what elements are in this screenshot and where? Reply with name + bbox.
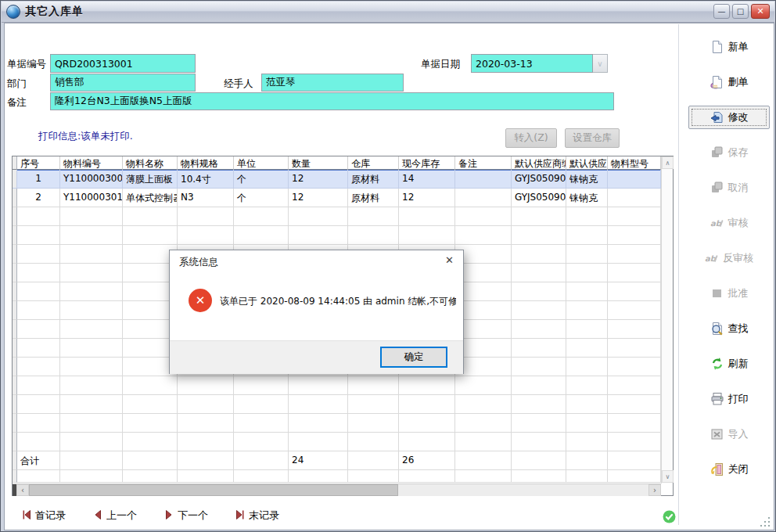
table-cell [17,320,60,339]
toolbar-label: 批准 [728,286,749,300]
table-cell [512,320,566,339]
toolbar-button-cancel: 取消 [710,176,749,200]
table-cell [348,470,399,483]
nav-label: 上一个 [106,509,137,523]
maximize-icon[interactable]: □ [732,4,749,19]
table-row[interactable]: 2Y110000301单体式控制器N3个12原材料12GYJS05090铼钠克 [13,189,661,207]
handler-input[interactable] [261,74,404,92]
toolbar-button-modify[interactable]: 修改 [688,106,770,129]
table-cell [234,226,289,245]
table-cell [178,433,234,451]
toolbar-label: 打印 [728,392,749,406]
table-cell [608,301,661,320]
table-cell [123,395,178,414]
scroll-left-icon[interactable]: ‹ [16,484,29,496]
table-cell [608,320,661,339]
table-cell [178,414,234,433]
table-cell [512,433,566,451]
window-title: 其它入库单 [25,5,84,19]
toolbar-button-new-doc[interactable]: 新单 [710,35,749,59]
empty-row[interactable] [13,226,661,245]
scroll-down-icon[interactable]: ∨ [662,470,674,483]
toolbar-button-delete-doc[interactable]: 删单 [710,70,749,94]
column-header[interactable]: 物料规格 [178,156,234,170]
column-header[interactable]: 现今库存 [399,156,455,170]
toolbar-button-print[interactable]: 打印 [710,387,749,411]
vertical-scrollbar[interactable]: ∧ ∨ [661,156,673,483]
column-header[interactable]: 物料编号 [60,156,123,170]
panel-divider [678,24,679,525]
new-doc-icon [710,40,724,54]
table-cell [60,339,123,358]
table-cell [608,226,661,245]
column-header[interactable]: 物料名称 [123,156,178,170]
resize-grip[interactable] [760,516,771,527]
table-cell [566,207,608,226]
toolbar-label: 取消 [728,181,749,195]
table-cell [60,226,123,245]
table-cell [512,245,566,264]
titlebar[interactable]: 其它入库单 — □ ✕ [2,2,774,23]
table-cell [512,451,566,470]
table-cell [17,282,60,301]
nav-prev-record[interactable]: 上一个 [92,509,137,523]
column-header[interactable]: 单位 [234,156,289,170]
table-cell [608,245,661,264]
window-controls: — □ ✕ [713,4,770,19]
empty-row[interactable] [13,433,661,451]
table-cell [123,207,178,226]
prev-record-icon [92,509,103,523]
column-header[interactable]: 数量 [289,156,348,170]
table-cell [60,433,123,451]
column-header[interactable]: 默认供应商编 [512,156,566,170]
table-cell [348,207,399,226]
scrollbar-thumb[interactable] [29,484,398,496]
table-cell [60,470,123,483]
table-cell: Y110000300 [60,170,123,189]
table-cell [123,433,178,451]
toolbar-button-find[interactable]: 查找 [710,317,749,340]
column-header[interactable]: 仓库 [348,156,399,170]
table-cell [455,451,512,470]
column-header[interactable]: 序号 [17,156,60,170]
empty-row[interactable] [13,395,661,414]
toolbar-button-close[interactable]: 关闭 [710,458,749,481]
table-cell [17,470,60,483]
minimize-icon[interactable]: — [713,4,730,19]
modify-icon [710,110,724,124]
nav-last-record[interactable]: 末记录 [235,509,279,523]
doc-no-input[interactable] [50,54,196,73]
empty-row [13,470,661,483]
table-cell [608,264,661,282]
nav-next-record[interactable]: 下一个 [163,509,208,523]
remark-input[interactable] [50,92,614,110]
error-icon: ✕ [189,289,212,312]
delete-doc-icon [710,75,724,89]
empty-row[interactable] [13,207,661,226]
table-cell [60,282,123,301]
horizontal-scrollbar[interactable]: ‹ › [13,483,661,496]
table-cell: 10.4寸 [178,170,234,189]
last-record-icon [235,509,246,523]
doc-no-label: 单据编号 [7,58,46,71]
close-window-icon[interactable]: ✕ [751,4,770,19]
empty-row[interactable] [13,376,661,395]
table-cell [566,451,608,470]
empty-row[interactable] [13,414,661,433]
toolbar-button-refresh[interactable]: 刷新 [710,352,749,376]
column-header[interactable]: 物料型号 [608,156,661,170]
department-input[interactable] [50,74,196,92]
column-header[interactable]: 默认供应商名 [566,156,608,170]
scroll-up-icon[interactable]: ∧ [662,156,674,169]
nav-first-record[interactable]: 首记录 [21,509,66,523]
dialog-close-icon[interactable]: ✕ [445,254,454,266]
close-icon [710,462,724,476]
table-row[interactable]: 1Y110000300薄膜上面板10.4寸个12原材料14GYJS05090铼钠… [13,170,661,189]
table-cell: N3 [178,189,234,207]
doc-date-input[interactable] [471,54,593,73]
column-header[interactable]: 备注 [455,156,512,170]
table-cell [455,226,512,245]
table-cell: 12 [289,189,348,207]
ok-button[interactable]: 确定 [380,347,447,368]
scroll-right-icon[interactable]: › [648,484,661,496]
